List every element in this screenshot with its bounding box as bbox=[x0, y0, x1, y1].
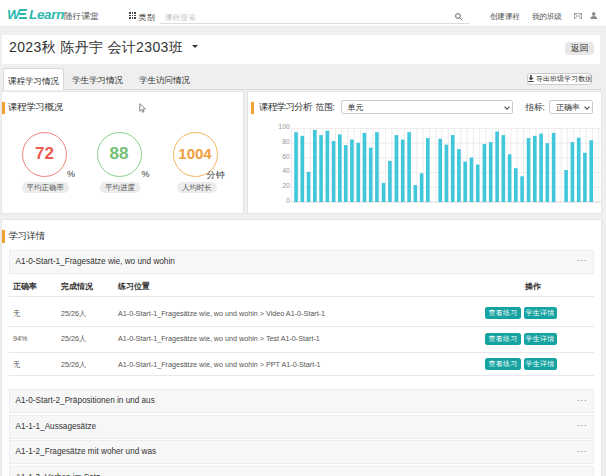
svg-text:80: 80 bbox=[282, 138, 290, 145]
svg-text:40: 40 bbox=[282, 167, 290, 174]
svg-text:60: 60 bbox=[282, 153, 290, 160]
svg-text:100: 100 bbox=[278, 123, 290, 130]
svg-text:0: 0 bbox=[286, 197, 290, 204]
svg-text:20: 20 bbox=[282, 182, 290, 189]
